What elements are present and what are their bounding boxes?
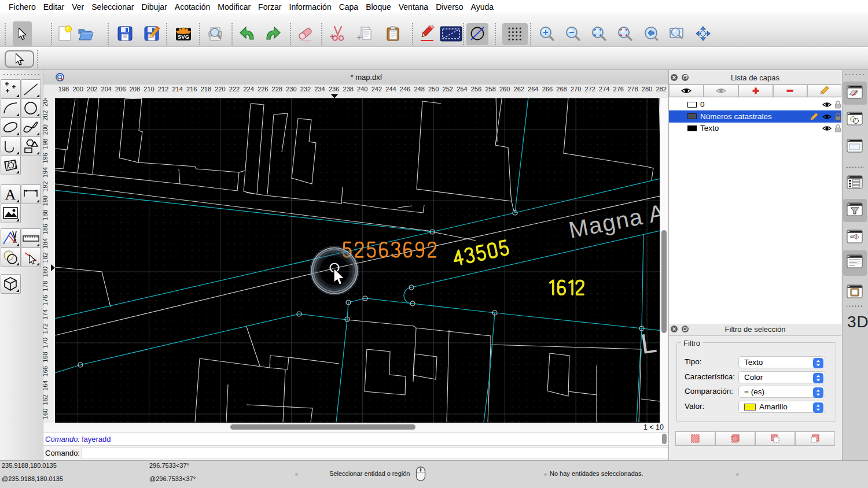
svg-text:254: 254 <box>457 86 467 93</box>
svg-text:170: 170 <box>43 338 49 348</box>
svg-text:200: 200 <box>43 124 49 135</box>
svg-text:222: 222 <box>229 86 240 93</box>
svg-text:258: 258 <box>485 86 495 93</box>
svg-text:262: 262 <box>514 86 524 93</box>
svg-text:176: 176 <box>43 295 49 305</box>
svg-text:264: 264 <box>528 86 538 93</box>
svg-text:196: 196 <box>43 153 49 163</box>
svg-text:A: A <box>5 186 16 203</box>
svg-text:278: 278 <box>627 86 638 93</box>
svg-text:198: 198 <box>43 139 49 149</box>
svg-text:218: 218 <box>201 86 211 93</box>
svg-text:216: 216 <box>186 86 197 93</box>
svg-text:252: 252 <box>443 86 453 93</box>
svg-text:244: 244 <box>385 86 396 93</box>
svg-text:266: 266 <box>542 86 553 93</box>
svg-text:238: 238 <box>343 86 354 93</box>
svg-text:230: 230 <box>286 86 296 93</box>
svg-text:274: 274 <box>599 86 609 93</box>
svg-text:208: 208 <box>130 86 140 93</box>
svg-text:236: 236 <box>329 86 339 93</box>
svg-text:202: 202 <box>43 110 49 121</box>
svg-text:214: 214 <box>172 86 183 93</box>
svg-text:182: 182 <box>43 252 49 263</box>
svg-text:280: 280 <box>642 86 652 93</box>
svg-text:260: 260 <box>499 86 510 93</box>
svg-text:194: 194 <box>43 167 49 178</box>
svg-text:210: 210 <box>144 86 154 93</box>
svg-text:172: 172 <box>43 323 49 334</box>
svg-text:192: 192 <box>43 181 49 191</box>
svg-text:250: 250 <box>428 86 439 93</box>
svg-text:276: 276 <box>613 86 624 93</box>
svg-text:234: 234 <box>314 86 325 93</box>
svg-text:162: 162 <box>43 394 49 405</box>
svg-text:188: 188 <box>43 210 49 220</box>
svg-text:248: 248 <box>414 86 424 93</box>
svg-text:268: 268 <box>556 86 567 93</box>
svg-text:164: 164 <box>43 380 49 391</box>
svg-text:246: 246 <box>400 86 410 93</box>
svg-text:200: 200 <box>72 86 83 93</box>
svg-text:168: 168 <box>43 352 49 362</box>
svg-text:178: 178 <box>43 281 49 291</box>
svg-text:190: 190 <box>43 195 49 206</box>
svg-text:184: 184 <box>43 238 49 249</box>
svg-text:212: 212 <box>158 86 168 93</box>
svg-text:232: 232 <box>300 86 311 93</box>
svg-text:198: 198 <box>58 86 69 93</box>
svg-text:206: 206 <box>115 86 126 93</box>
svg-text:204: 204 <box>101 86 112 93</box>
svg-text:180: 180 <box>43 267 49 277</box>
svg-text:240: 240 <box>357 86 367 93</box>
svg-text:202: 202 <box>87 86 97 93</box>
svg-text:204: 204 <box>43 98 49 106</box>
svg-text:220: 220 <box>215 86 225 93</box>
svg-text:226: 226 <box>258 86 268 93</box>
svg-text:224: 224 <box>243 86 253 93</box>
svg-text:186: 186 <box>43 224 49 234</box>
svg-text:174: 174 <box>43 309 49 320</box>
svg-text:270: 270 <box>571 86 581 93</box>
svg-text:282: 282 <box>656 86 666 93</box>
svg-text:SVG: SVG <box>178 34 189 40</box>
svg-text:160: 160 <box>43 409 49 419</box>
svg-text:256: 256 <box>471 86 481 93</box>
svg-text:272: 272 <box>585 86 595 93</box>
svg-text:228: 228 <box>272 86 282 93</box>
svg-text:166: 166 <box>43 366 49 376</box>
svg-text:242: 242 <box>372 86 382 93</box>
